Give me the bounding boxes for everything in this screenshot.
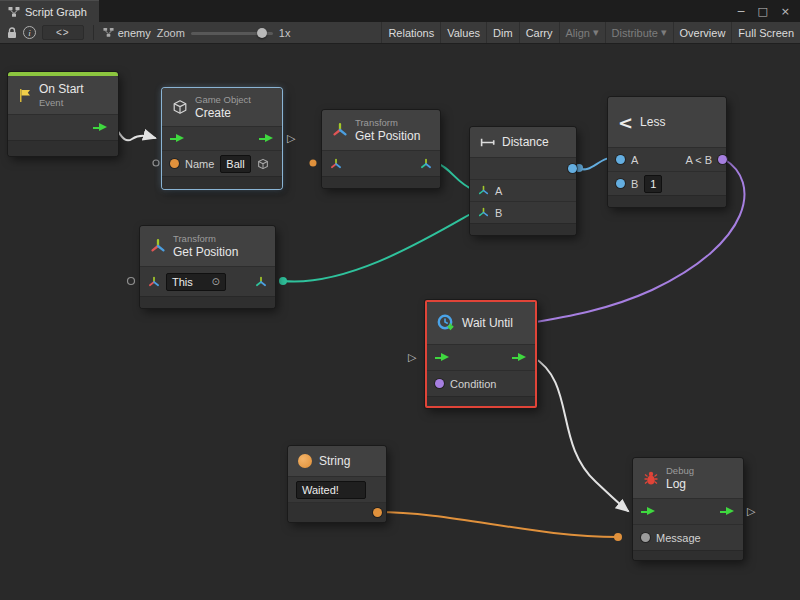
- dim-button[interactable]: Dim: [486, 22, 519, 44]
- node-wait-until[interactable]: Wait Until Condition: [425, 300, 537, 408]
- node-get-position-2[interactable]: Transform Get Position This ⊙: [140, 226, 275, 308]
- tab-script-graph[interactable]: Script Graph: [0, 0, 99, 22]
- align-button[interactable]: Align ▾: [559, 22, 605, 44]
- relations-button[interactable]: Relations: [381, 22, 440, 44]
- minimize-icon[interactable]: ─: [738, 5, 745, 18]
- port-result-output[interactable]: [718, 155, 727, 164]
- carry-button[interactable]: Carry: [519, 22, 559, 44]
- node-header: String: [288, 446, 386, 476]
- object-picker-icon[interactable]: ⊙: [212, 277, 220, 287]
- toolbar-buttons: Relations Values Dim Carry Align ▾ Distr…: [381, 22, 800, 44]
- exec-output-arrow[interactable]: [93, 123, 108, 132]
- port-label: Condition: [450, 378, 496, 390]
- info-icon[interactable]: i: [23, 26, 36, 39]
- port-label-a: A: [495, 185, 502, 197]
- port-string-output[interactable]: [373, 508, 382, 517]
- window-controls: ─ □ ×: [738, 0, 800, 22]
- vector3-port-icon[interactable]: [478, 185, 489, 196]
- exec-port-triangle-log-out[interactable]: ▷: [747, 505, 755, 518]
- node-get-position-1[interactable]: Transform Get Position: [322, 110, 440, 188]
- port-label-a: A: [631, 154, 638, 166]
- port-message-input[interactable]: [641, 533, 650, 542]
- node-footer: [322, 176, 440, 188]
- overview-button[interactable]: Overview: [673, 22, 732, 44]
- port-distance-output[interactable]: [568, 164, 577, 173]
- node-category: Debug: [666, 465, 694, 476]
- vector3-port-icon[interactable]: [255, 276, 267, 288]
- exec-output-arrow[interactable]: [512, 353, 527, 362]
- node-header: Distance: [470, 127, 576, 157]
- node-title: Get Position: [355, 129, 420, 143]
- tab-title: Script Graph: [25, 6, 87, 18]
- port-label: Name: [185, 158, 214, 170]
- node-footer: [470, 223, 576, 235]
- node-debug-log[interactable]: Debug Log Message: [633, 458, 743, 560]
- cube-icon: [172, 99, 188, 115]
- node-title: Get Position: [173, 245, 238, 259]
- exec-port-triangle-wait-in[interactable]: ▷: [408, 351, 416, 364]
- values-button[interactable]: Values: [440, 22, 486, 44]
- node-title: Log: [666, 477, 694, 491]
- port-a-input[interactable]: [616, 155, 625, 164]
- node-header: Debug Log: [633, 458, 743, 498]
- exec-input-arrow[interactable]: [435, 353, 450, 362]
- flag-icon: [18, 88, 32, 103]
- lock-icon[interactable]: [7, 27, 17, 39]
- less-icon: <: [618, 112, 633, 133]
- port-b-input[interactable]: [616, 179, 625, 188]
- node-footer: [162, 176, 282, 189]
- close-icon[interactable]: ×: [781, 5, 790, 18]
- distance-ruler-icon: [480, 135, 495, 150]
- self-field[interactable]: This ⊙: [166, 273, 226, 291]
- exec-output-arrow[interactable]: [720, 507, 735, 516]
- node-distance[interactable]: Distance A B: [470, 127, 576, 235]
- node-less[interactable]: < Less A A < B B 1: [608, 97, 726, 207]
- transform-port-icon[interactable]: [148, 276, 160, 288]
- zoom-slider-handle[interactable]: [257, 28, 267, 38]
- chevron-down-icon: ▾: [593, 26, 599, 39]
- node-title: On Start: [39, 82, 84, 96]
- node-on-start[interactable]: On Start Event: [8, 72, 118, 156]
- node-category: Game Object: [195, 94, 251, 105]
- node-create-header: Game Object Create: [162, 88, 282, 126]
- exec-input-arrow[interactable]: [170, 134, 185, 143]
- transform-axes-icon: [332, 122, 348, 138]
- node-title: String: [319, 454, 350, 468]
- toolbar-separator: [93, 25, 94, 40]
- string-literal-icon: [298, 454, 312, 468]
- fullscreen-button[interactable]: Full Screen: [731, 22, 800, 44]
- distribute-button[interactable]: Distribute ▾: [605, 22, 673, 44]
- exec-input-arrow[interactable]: [641, 507, 656, 516]
- cube-icon: [257, 158, 269, 170]
- node-footer: [140, 296, 275, 308]
- node-footer: [633, 550, 743, 560]
- b-value-field[interactable]: 1: [644, 175, 662, 193]
- node-string[interactable]: String Waited!: [288, 446, 386, 522]
- graph-breadcrumb[interactable]: enemy: [103, 27, 151, 39]
- vector3-port-icon[interactable]: [420, 158, 432, 170]
- titlebar: Script Graph ─ □ ×: [0, 0, 800, 22]
- port-label: Message: [656, 532, 701, 544]
- node-header: < Less: [608, 97, 726, 147]
- node-footer: [8, 140, 118, 156]
- node-header: Transform Get Position: [140, 226, 275, 266]
- vector3-port-icon[interactable]: [478, 207, 489, 218]
- transform-port-icon[interactable]: [330, 158, 342, 170]
- name-field[interactable]: Ball: [220, 155, 250, 173]
- script-graph-icon: [8, 6, 20, 18]
- exec-port-triangle-create-out[interactable]: ▷: [287, 132, 295, 145]
- port-name-input[interactable]: [170, 159, 179, 168]
- exec-output-arrow[interactable]: [259, 134, 274, 143]
- port-condition-input[interactable]: [435, 379, 444, 388]
- node-title: Less: [640, 115, 665, 129]
- node-create[interactable]: Game Object Create Name Ball: [162, 88, 282, 189]
- string-value-field[interactable]: Waited!: [296, 481, 366, 499]
- transform-axes-icon: [150, 238, 166, 254]
- graph-toolbar: i <> enemy Zoom 1x Relations Values Dim …: [0, 22, 800, 44]
- node-header: Wait Until: [427, 302, 535, 344]
- zoom-slider[interactable]: [191, 27, 273, 39]
- collapse-button[interactable]: <>: [42, 25, 84, 40]
- maximize-icon[interactable]: □: [757, 5, 767, 18]
- node-category: Transform: [355, 117, 420, 128]
- node-title: Distance: [502, 135, 549, 149]
